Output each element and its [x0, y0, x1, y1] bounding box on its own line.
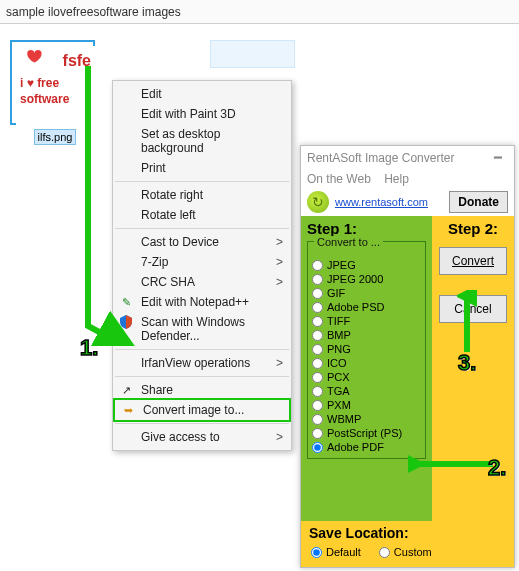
format-radio-wbmp[interactable]: WBMP — [310, 412, 423, 426]
format-label: TGA — [327, 385, 350, 397]
format-label: Adobe PSD — [327, 301, 384, 313]
ctx-separator — [115, 376, 289, 377]
chevron-right-icon: > — [276, 255, 283, 269]
format-label: TIFF — [327, 315, 350, 327]
website-link[interactable]: www.rentasoft.com — [335, 196, 428, 208]
ctx-separator — [115, 349, 289, 350]
ctx-cast[interactable]: Cast to Device> — [113, 232, 291, 252]
save-location-title: Save Location: — [309, 525, 506, 541]
defender-shield-icon — [118, 314, 134, 330]
share-icon: ↗ — [118, 382, 134, 398]
ctx-convert-image[interactable]: ➥ Convert image to... — [113, 398, 291, 422]
ctx-separator — [115, 181, 289, 182]
annotation-number-1: 1. — [80, 335, 98, 361]
ctx-crc[interactable]: CRC SHA> — [113, 272, 291, 292]
format-radio-tga[interactable]: TGA — [310, 384, 423, 398]
format-label: BMP — [327, 329, 351, 341]
menu-on-the-web[interactable]: On the Web — [307, 172, 371, 186]
context-menu: Edit Edit with Paint 3D Set as desktop b… — [112, 80, 292, 451]
chevron-right-icon: > — [276, 235, 283, 249]
format-label: PCX — [327, 371, 350, 383]
ctx-edit-paint3d[interactable]: Edit with Paint 3D — [113, 104, 291, 124]
format-label: GIF — [327, 287, 345, 299]
format-label: JPEG 2000 — [327, 273, 383, 285]
format-label: PostScript (PS) — [327, 427, 402, 439]
format-label: ICO — [327, 357, 347, 369]
ctx-separator — [115, 228, 289, 229]
converter-titlebar: RentASoft Image Converter ━ — [301, 146, 514, 170]
format-radio-adobe-pdf[interactable]: Adobe PDF — [310, 440, 423, 454]
heart-icon — [20, 50, 48, 74]
file-caption: ilfs.png — [34, 129, 77, 145]
ctx-separator — [115, 423, 289, 424]
format-radio-tiff[interactable]: TIFF — [310, 314, 423, 328]
globe-icon: ↻ — [307, 191, 329, 213]
menu-help[interactable]: Help — [384, 172, 409, 186]
ctx-defender[interactable]: Scan with Windows Defender... — [113, 312, 291, 346]
converter-window: RentASoft Image Converter ━ On the Web H… — [300, 145, 515, 568]
converter-menubar: On the Web Help — [301, 170, 514, 188]
format-radio-postscript-ps-[interactable]: PostScript (PS) — [310, 426, 423, 440]
adjacent-selection-slot — [210, 40, 295, 68]
format-radio-png[interactable]: PNG — [310, 342, 423, 356]
ctx-print[interactable]: Print — [113, 158, 291, 178]
thumbnail-image: fsfe i ♥ free software — [16, 46, 97, 127]
ctx-rotate-left[interactable]: Rotate left — [113, 205, 291, 225]
format-group: Convert to ... JPEGJPEG 2000GIFAdobe PSD… — [307, 241, 426, 459]
file-thumbnail[interactable]: fsfe i ♥ free software ilfs.png — [10, 40, 100, 145]
ctx-set-bg[interactable]: Set as desktop background — [113, 124, 291, 158]
convert-arrow-icon: ➥ — [120, 402, 136, 418]
format-label: JPEG — [327, 259, 356, 271]
cancel-button[interactable]: Cancel — [439, 295, 507, 323]
converter-title-text: RentASoft Image Converter — [307, 146, 454, 170]
convert-button[interactable]: Convert — [439, 247, 507, 275]
format-label: WBMP — [327, 413, 361, 425]
format-label: PXM — [327, 399, 351, 411]
ctx-rotate-right[interactable]: Rotate right — [113, 185, 291, 205]
format-radio-bmp[interactable]: BMP — [310, 328, 423, 342]
notepadpp-icon: ✎ — [118, 294, 134, 310]
format-radio-pcx[interactable]: PCX — [310, 370, 423, 384]
ctx-edit[interactable]: Edit — [113, 84, 291, 104]
format-radio-jpeg[interactable]: JPEG — [310, 258, 423, 272]
minimize-icon[interactable]: ━ — [488, 146, 508, 170]
save-custom-radio[interactable]: Custom — [377, 545, 434, 559]
ctx-share[interactable]: ↗ Share — [113, 380, 291, 400]
format-radio-jpeg-2000[interactable]: JPEG 2000 — [310, 272, 423, 286]
step2-title: Step 2: — [448, 220, 498, 237]
format-radio-gif[interactable]: GIF — [310, 286, 423, 300]
ctx-give-access[interactable]: Give access to> — [113, 427, 291, 447]
ctx-notepadpp[interactable]: ✎ Edit with Notepad++ — [113, 292, 291, 312]
chevron-right-icon: > — [276, 275, 283, 289]
explorer-folder-title: sample ilovefreesoftware images — [0, 0, 519, 24]
save-default-radio[interactable]: Default — [309, 545, 363, 559]
step1-title: Step 1: — [307, 220, 426, 237]
ctx-irfanview[interactable]: IrfanView operations> — [113, 353, 291, 373]
format-label: Adobe PDF — [327, 441, 384, 453]
donate-button[interactable]: Donate — [449, 191, 508, 213]
format-legend: Convert to ... — [314, 236, 383, 248]
chevron-right-icon: > — [276, 356, 283, 370]
ctx-7zip[interactable]: 7-Zip> — [113, 252, 291, 272]
chevron-right-icon: > — [276, 430, 283, 444]
format-radio-pxm[interactable]: PXM — [310, 398, 423, 412]
format-radio-adobe-psd[interactable]: Adobe PSD — [310, 300, 423, 314]
format-radio-ico[interactable]: ICO — [310, 356, 423, 370]
format-label: PNG — [327, 343, 351, 355]
